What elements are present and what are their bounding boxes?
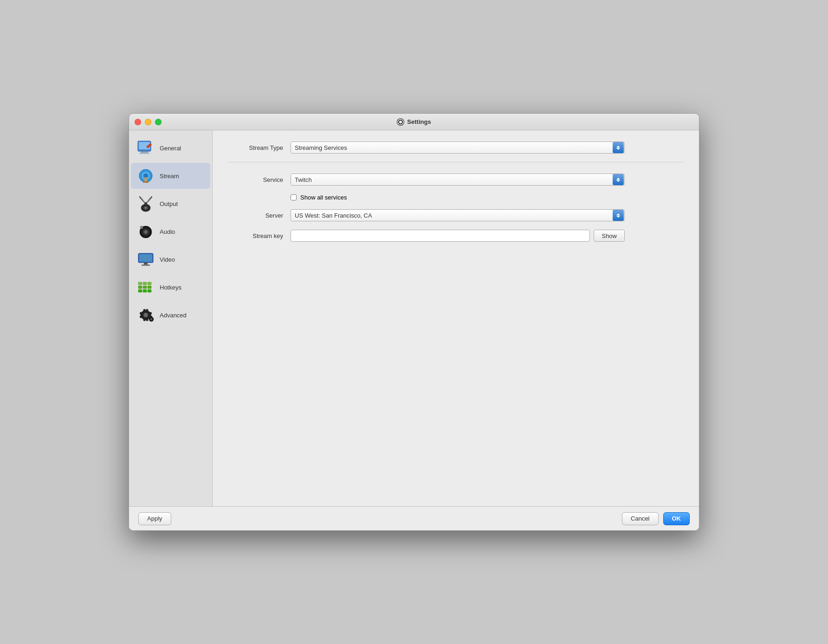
sidebar-item-label-stream: Stream xyxy=(160,173,179,180)
stream-key-control: Show xyxy=(291,230,625,242)
service-label: Service xyxy=(227,176,283,183)
stream-type-label: Stream Type xyxy=(227,144,283,151)
window-body: General Stream xyxy=(129,130,699,506)
hotkeys-icon xyxy=(136,278,155,296)
service-row: Service Twitch YouTube Facebook Live Mix… xyxy=(227,174,684,186)
sidebar-item-output[interactable]: Output xyxy=(131,191,210,217)
window-title: Settings xyxy=(397,118,431,126)
svg-rect-37 xyxy=(148,290,151,292)
content-inner: Stream Type Streaming Services Custom RT… xyxy=(227,142,684,495)
sidebar-item-label-video: Video xyxy=(160,256,175,263)
section-divider xyxy=(227,162,684,162)
footer: Apply Cancel OK xyxy=(129,506,699,530)
minimize-button[interactable] xyxy=(145,119,151,125)
sidebar-item-label-output: Output xyxy=(160,200,178,207)
svg-rect-30 xyxy=(143,282,147,285)
show-all-services-checkbox[interactable] xyxy=(291,194,297,200)
svg-point-40 xyxy=(150,318,153,321)
cancel-button[interactable]: Cancel xyxy=(622,512,658,525)
svg-rect-36 xyxy=(143,290,147,292)
advanced-icon xyxy=(136,306,155,324)
stream-type-select[interactable]: Streaming Services Custom RTMP Server xyxy=(291,142,625,154)
server-control: US West: San Francisco, CA US East: New … xyxy=(291,209,625,221)
service-select[interactable]: Twitch YouTube Facebook Live Mixer xyxy=(291,174,625,186)
svg-point-10 xyxy=(143,177,149,179)
title-text: Settings xyxy=(407,118,431,125)
svg-point-1 xyxy=(399,121,402,123)
sidebar-item-label-advanced: Advanced xyxy=(160,312,187,319)
server-select[interactable]: US West: San Francisco, CA US East: New … xyxy=(291,209,625,221)
show-key-button[interactable]: Show xyxy=(594,230,625,242)
sidebar-item-video[interactable]: Video xyxy=(131,246,210,272)
svg-rect-5 xyxy=(139,153,149,154)
svg-rect-29 xyxy=(138,282,142,285)
server-row: Server US West: San Francisco, CA US Eas… xyxy=(227,209,684,221)
stream-key-label: Stream key xyxy=(227,232,283,239)
general-icon xyxy=(136,139,155,157)
sidebar-item-stream[interactable]: Stream xyxy=(131,163,210,189)
svg-rect-31 xyxy=(148,282,151,285)
svg-rect-32 xyxy=(138,286,142,289)
ok-button[interactable]: OK xyxy=(663,512,690,525)
svg-rect-12 xyxy=(143,181,149,183)
sidebar-item-advanced[interactable]: Advanced xyxy=(131,302,210,328)
sidebar-item-audio[interactable]: Audio xyxy=(131,219,210,245)
stream-icon xyxy=(136,167,155,185)
footer-right: Cancel OK xyxy=(622,512,690,525)
app-icon xyxy=(397,118,404,126)
service-control: Twitch YouTube Facebook Live Mixer xyxy=(291,174,625,186)
server-select-wrapper: US West: San Francisco, CA US East: New … xyxy=(291,209,625,221)
show-all-services-row: Show all services xyxy=(291,194,684,201)
stream-key-row: Stream key Show xyxy=(227,230,684,242)
svg-point-38 xyxy=(143,313,148,317)
sidebar-item-label-hotkeys: Hotkeys xyxy=(160,284,181,291)
video-icon xyxy=(136,250,155,269)
content-area: Stream Type Streaming Services Custom RT… xyxy=(213,130,699,506)
settings-window: Settings General xyxy=(129,113,699,531)
service-select-wrapper: Twitch YouTube Facebook Live Mixer xyxy=(291,174,625,186)
output-icon xyxy=(136,194,155,213)
sidebar-item-hotkeys[interactable]: Hotkeys xyxy=(131,274,210,300)
stream-key-input[interactable] xyxy=(291,230,590,242)
maximize-button[interactable] xyxy=(155,119,162,125)
sidebar-item-general[interactable]: General xyxy=(131,135,210,161)
audio-icon xyxy=(136,222,155,241)
svg-rect-26 xyxy=(139,254,152,262)
sidebar: General Stream xyxy=(129,130,213,506)
stream-type-select-wrapper: Streaming Services Custom RTMP Server xyxy=(291,142,625,154)
svg-point-22 xyxy=(145,231,147,233)
svg-point-23 xyxy=(140,226,143,229)
sidebar-item-label-audio: Audio xyxy=(160,228,175,235)
sidebar-item-label-general: General xyxy=(160,145,181,152)
traffic-lights xyxy=(135,119,162,125)
footer-left: Apply xyxy=(138,512,171,525)
svg-point-17 xyxy=(145,207,147,209)
svg-rect-28 xyxy=(142,264,150,266)
titlebar: Settings xyxy=(129,114,699,130)
show-all-services-label[interactable]: Show all services xyxy=(300,194,347,201)
svg-rect-35 xyxy=(138,290,142,292)
close-button[interactable] xyxy=(135,119,141,125)
svg-rect-33 xyxy=(143,286,147,289)
apply-button[interactable]: Apply xyxy=(138,512,171,525)
stream-type-control: Streaming Services Custom RTMP Server xyxy=(291,142,625,154)
server-label: Server xyxy=(227,212,283,219)
svg-rect-34 xyxy=(148,286,151,289)
stream-type-row: Stream Type Streaming Services Custom RT… xyxy=(227,142,684,154)
